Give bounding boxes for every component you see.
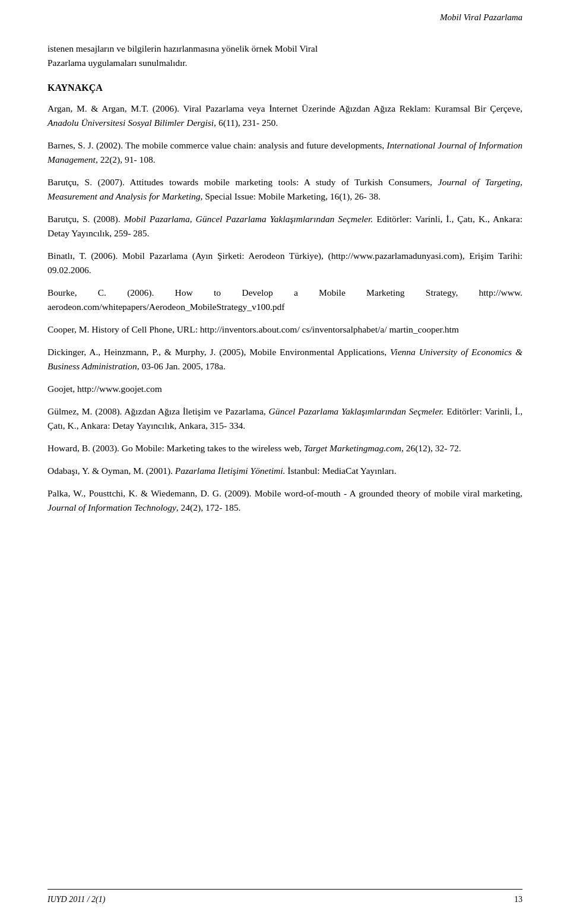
- page: Mobil Viral Pazarlama istenen mesajların…: [0, 0, 570, 924]
- list-item: Dickinger, A., Heinzmann, P., & Murphy, …: [48, 345, 522, 374]
- page-header-title: Mobil Viral Pazarlama: [440, 11, 522, 24]
- list-item: Palka, W., Pousttchi, K. & Wiedemann, D.…: [48, 486, 522, 515]
- references-section-title: KAYNAKÇA: [48, 81, 522, 96]
- list-item: Odabaşı, Y. & Oyman, M. (2001). Pazarlam…: [48, 464, 522, 478]
- intro-text-line2: Pazarlama uygulamaları sunulmalıdır.: [48, 58, 187, 68]
- main-content: istenen mesajların ve bilgilerin hazırla…: [48, 24, 522, 515]
- list-item: Goojet, http://www.goojet.com: [48, 382, 522, 396]
- footer-page-number: 13: [514, 893, 522, 906]
- list-item: Barnes, S. J. (2002). The mobile commerc…: [48, 138, 522, 167]
- list-item: Cooper, M. History of Cell Phone, URL: h…: [48, 322, 522, 337]
- intro-paragraph: istenen mesajların ve bilgilerin hazırla…: [48, 42, 522, 70]
- intro-text-line1: istenen mesajların ve bilgilerin hazırla…: [48, 43, 318, 53]
- page-footer: IUYD 2011 / 2(1) 13: [48, 889, 522, 906]
- list-item: Howard, B. (2003). Go Mobile: Marketing …: [48, 441, 522, 455]
- list-item: Argan, M. & Argan, M.T. (2006). Viral Pa…: [48, 102, 522, 130]
- list-item: Gülmez, M. (2008). Ağızdan Ağıza İletişi…: [48, 404, 522, 433]
- footer-journal-info: IUYD 2011 / 2(1): [48, 893, 105, 906]
- list-item: Barutçu, S. (2008). Mobil Pazarlama, Gün…: [48, 212, 522, 241]
- list-item: Binatlı, T. (2006). Mobil Pazarlama (Ayı…: [48, 249, 522, 277]
- list-item: Bourke, C. (2006). How to Develop a Mobi…: [48, 286, 522, 314]
- list-item: Barutçu, S. (2007). Attitudes towards mo…: [48, 175, 522, 204]
